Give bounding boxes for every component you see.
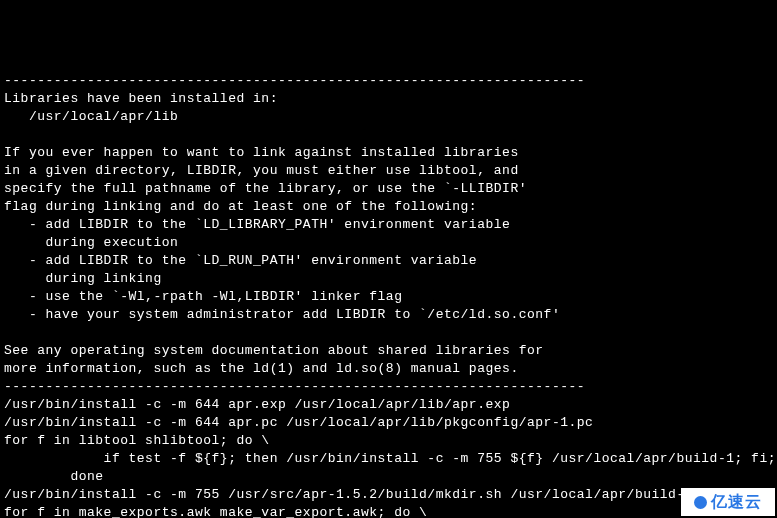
logo-dot-icon xyxy=(694,496,707,509)
terminal-output: ----------------------------------------… xyxy=(4,72,773,518)
watermark-text: 亿速云 xyxy=(711,493,762,511)
watermark-logo: 亿速云 xyxy=(681,488,775,516)
